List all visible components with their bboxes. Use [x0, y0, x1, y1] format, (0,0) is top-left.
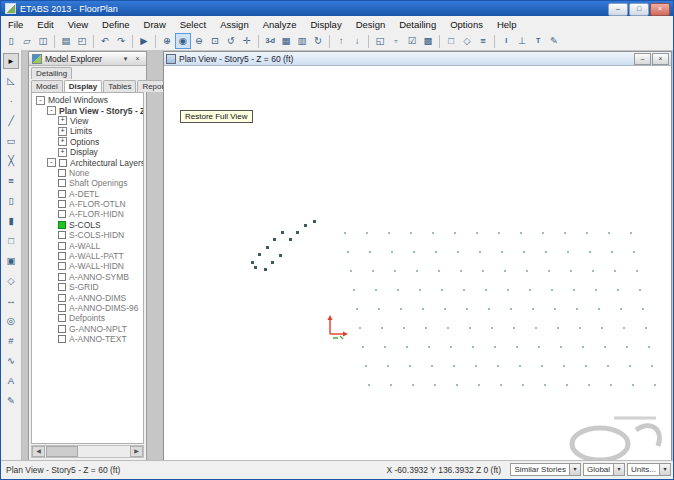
tree-expander-icon[interactable]: -: [47, 158, 56, 167]
tree-expander-icon[interactable]: +: [58, 116, 67, 125]
tree-expander-icon[interactable]: -: [36, 96, 45, 105]
tree-item-none[interactable]: None: [32, 168, 143, 178]
model-explorer-titlebar[interactable]: Model Explorer ▾×: [29, 52, 146, 66]
checkbox-g-anno-nplt[interactable]: [58, 325, 66, 333]
tree-item-a-anno-dims-96[interactable]: A-ANNO-DIMS-96: [32, 303, 143, 313]
plan-view-icon[interactable]: ▦: [278, 33, 294, 49]
select-poly-icon[interactable]: ◇: [459, 33, 475, 49]
draw-floor-icon[interactable]: □: [3, 233, 19, 249]
scroll-right-icon[interactable]: ▶: [130, 446, 143, 457]
combo-units[interactable]: Units...▾: [627, 463, 671, 476]
tree-item-a-detl[interactable]: A-DETL: [32, 189, 143, 199]
tab-detailing[interactable]: Detailing: [31, 67, 72, 79]
checkbox-a-flor-hidn[interactable]: [58, 210, 66, 218]
set-display-options-icon[interactable]: ☑: [404, 33, 420, 49]
open-file-icon[interactable]: ▱: [19, 33, 35, 49]
menu-display[interactable]: Display: [303, 17, 348, 32]
checkbox-a-anno-text[interactable]: [58, 335, 66, 343]
tree-item-s-grid[interactable]: S-GRID: [32, 282, 143, 292]
checkbox-a-wall[interactable]: [58, 242, 66, 250]
scrollbar-thumb[interactable]: [46, 446, 78, 457]
checkbox-a-detl[interactable]: [58, 190, 66, 198]
menu-edit[interactable]: Edit: [30, 17, 60, 32]
checkbox-s-cols[interactable]: [58, 221, 66, 229]
tree-item-a-anno-text[interactable]: A-ANNO-TEXT: [32, 334, 143, 344]
scroll-left-icon[interactable]: ◀: [32, 446, 45, 457]
tree-item-a-flor-hidn[interactable]: A-FLOR-HIDN: [32, 209, 143, 219]
checkbox-s-cols-hidn[interactable]: [58, 231, 66, 239]
draw-joint-icon[interactable]: ∙: [3, 93, 19, 109]
restore-full-view-icon[interactable]: ◉: [175, 33, 191, 49]
quick-draw-wall-icon[interactable]: ▮: [3, 213, 19, 229]
tree-item-g-anno-nplt[interactable]: G-ANNO-NPLT: [32, 324, 143, 334]
menu-analyze[interactable]: Analyze: [256, 17, 304, 32]
tree-item-a-wall-hidn[interactable]: A-WALL-HIDN: [32, 261, 143, 271]
checkbox-a-anno-symb[interactable]: [58, 273, 66, 281]
tree-expander-icon[interactable]: +: [58, 137, 67, 146]
combo-similar-stories[interactable]: Similar Stories▾: [510, 463, 581, 476]
rotate-3d-view-icon[interactable]: ↻: [310, 33, 326, 49]
tree-item-plan-view-story5-z[interactable]: -Plan View - Story5 - Z: [32, 105, 143, 115]
menu-help[interactable]: Help: [490, 17, 524, 32]
tree-item-a-wall[interactable]: A-WALL: [32, 240, 143, 250]
redo-icon[interactable]: ↷: [113, 33, 129, 49]
chevron-down-icon[interactable]: ▾: [569, 464, 580, 475]
menu-define[interactable]: Define: [95, 17, 136, 32]
tree-item-a-wall-patt[interactable]: A-WALL-PATT: [32, 251, 143, 261]
select-pointer-icon[interactable]: ▸: [3, 53, 19, 69]
zoom-in-one-step-icon[interactable]: ⊕: [159, 33, 175, 49]
chevron-down-icon[interactable]: ▾: [659, 464, 670, 475]
tree-item-display[interactable]: +Display: [32, 147, 143, 157]
checkbox-architectural-layers[interactable]: [59, 159, 67, 167]
draw-section-cut-icon[interactable]: ◎: [3, 313, 19, 329]
chevron-down-icon[interactable]: ▾: [613, 464, 624, 475]
section-cut-icon[interactable]: ⊥: [514, 33, 530, 49]
close-button[interactable]: ×: [650, 3, 670, 16]
tree-item-architectural-layers[interactable]: -Architectural Layers: [32, 157, 143, 167]
move-down-story-icon[interactable]: ↓: [349, 33, 365, 49]
checkbox-s-grid[interactable]: [58, 283, 66, 291]
clear-selection-icon[interactable]: ≡: [475, 33, 491, 49]
tab-model[interactable]: Model: [31, 80, 63, 92]
menu-detailing[interactable]: Detailing: [392, 17, 443, 32]
tree-item-a-anno-symb[interactable]: A-ANNO-SYMB: [32, 272, 143, 282]
elevation-view-icon[interactable]: ▥: [294, 33, 310, 49]
new-model-icon[interactable]: ▯: [3, 33, 19, 49]
checkbox-shaft-openings[interactable]: [58, 179, 66, 187]
draw-wall-icon[interactable]: ▯: [3, 193, 19, 209]
tree-expander-icon[interactable]: -: [47, 106, 56, 115]
checkbox-defpoints[interactable]: [58, 314, 66, 322]
rubber-band-zoom-icon[interactable]: ⊡: [207, 33, 223, 49]
plan-view-titlebar[interactable]: Plan View - Story5 - Z = 60 (ft) –×: [164, 52, 671, 66]
print-preview-icon[interactable]: ◰: [74, 33, 90, 49]
checkbox-a-wall-patt[interactable]: [58, 252, 66, 260]
quick-draw-frame-icon[interactable]: ▭: [3, 133, 19, 149]
zoom-out-one-step-icon[interactable]: ⊖: [191, 33, 207, 49]
menu-select[interactable]: Select: [173, 17, 213, 32]
draw-dimension-line-icon[interactable]: ↔: [3, 293, 19, 309]
tree-item-view[interactable]: +View: [32, 116, 143, 126]
save-file-icon[interactable]: ◫: [35, 33, 51, 49]
measure-tool-icon[interactable]: ✎: [3, 393, 19, 409]
draw-text-icon[interactable]: A: [3, 373, 19, 389]
tree-item-defpoints[interactable]: Defpoints: [32, 313, 143, 323]
tree-item-a-flor-otln[interactable]: A-FLOR-OTLN: [32, 199, 143, 209]
quick-draw-braces-icon[interactable]: ╳: [3, 153, 19, 169]
menu-options[interactable]: Options: [443, 17, 490, 32]
draw-mode-icon[interactable]: ✎: [546, 33, 562, 49]
print-icon[interactable]: ▤: [58, 33, 74, 49]
checkbox-none[interactable]: [58, 169, 66, 177]
checkbox-a-flor-otln[interactable]: [58, 200, 66, 208]
checkbox-a-wall-hidn[interactable]: [58, 262, 66, 270]
move-up-story-icon[interactable]: ↑: [333, 33, 349, 49]
assign-display-icon[interactable]: ▩: [420, 33, 436, 49]
tree-item-limits[interactable]: +Limits: [32, 126, 143, 136]
draw-link-icon[interactable]: ∿: [3, 353, 19, 369]
frame-section-icon[interactable]: I: [498, 33, 514, 49]
titlebar[interactable]: ETABS 2013 - FloorPlan –□×: [1, 1, 673, 16]
quick-draw-secondary-beams-icon[interactable]: ≡: [3, 173, 19, 189]
scrollbar-track[interactable]: [78, 446, 130, 457]
plan-view-canvas[interactable]: [164, 66, 671, 460]
tree-expander-icon[interactable]: +: [58, 148, 67, 157]
combo-global[interactable]: Global▾: [583, 463, 625, 476]
